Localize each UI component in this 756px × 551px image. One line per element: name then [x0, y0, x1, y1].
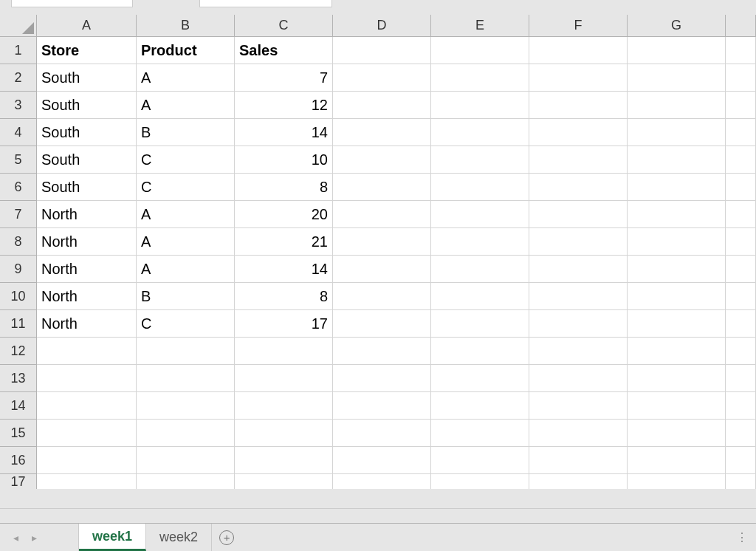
sheet-nav-prev-icon[interactable]: ◂ — [13, 532, 18, 544]
cell-c12[interactable] — [235, 338, 333, 365]
row-header-8[interactable]: 8 — [0, 228, 37, 256]
cell-f17[interactable] — [529, 474, 628, 489]
cell-c4[interactable]: 14 — [235, 119, 333, 146]
column-header-f[interactable]: F — [529, 15, 628, 37]
cell-a4[interactable]: South — [37, 119, 137, 146]
cell-d6[interactable] — [333, 174, 431, 201]
cell-d7[interactable] — [333, 201, 431, 228]
cell-b10[interactable]: B — [137, 283, 235, 310]
row-header-2[interactable]: 2 — [0, 64, 37, 92]
cell-f8[interactable] — [529, 228, 628, 256]
cell-b1[interactable]: Product — [137, 37, 235, 64]
cell-c9[interactable]: 14 — [235, 256, 333, 283]
cell-f10[interactable] — [529, 283, 628, 310]
column-header-c[interactable]: C — [235, 15, 333, 37]
cell-a6[interactable]: South — [37, 174, 137, 201]
cell-e14[interactable] — [431, 392, 529, 420]
row-header-17[interactable]: 17 — [0, 474, 37, 489]
tab-options-icon[interactable]: ⋮ — [736, 530, 749, 544]
cell-b17[interactable] — [137, 474, 235, 489]
cell-c7[interactable]: 20 — [235, 201, 333, 228]
cell-e9[interactable] — [431, 256, 529, 283]
cell-g7[interactable] — [628, 201, 726, 228]
row-header-3[interactable]: 3 — [0, 92, 37, 119]
cell-a15[interactable] — [37, 420, 137, 447]
cell-a11[interactable]: North — [37, 310, 137, 338]
cell-c3[interactable]: 12 — [235, 92, 333, 119]
cell-g17[interactable] — [628, 474, 726, 489]
cell-h4[interactable] — [726, 119, 756, 146]
formula-bar-fragment[interactable] — [199, 0, 332, 7]
cell-g5[interactable] — [628, 146, 726, 174]
cell-e12[interactable] — [431, 338, 529, 365]
cell-h14[interactable] — [726, 392, 756, 420]
column-header-b[interactable]: B — [137, 15, 235, 37]
cell-e8[interactable] — [431, 228, 529, 256]
cell-d14[interactable] — [333, 392, 431, 420]
cell-d4[interactable] — [333, 119, 431, 146]
cell-f7[interactable] — [529, 201, 628, 228]
cell-b16[interactable] — [137, 447, 235, 474]
cell-b8[interactable]: A — [137, 228, 235, 256]
cell-h10[interactable] — [726, 283, 756, 310]
cell-d11[interactable] — [333, 310, 431, 338]
cell-b5[interactable]: C — [137, 146, 235, 174]
cell-f9[interactable] — [529, 256, 628, 283]
cell-e5[interactable] — [431, 146, 529, 174]
horizontal-scrollbar[interactable] — [0, 508, 756, 523]
cell-d16[interactable] — [333, 447, 431, 474]
cell-e7[interactable] — [431, 201, 529, 228]
cell-b2[interactable]: A — [137, 64, 235, 92]
cell-g11[interactable] — [628, 310, 726, 338]
cell-f14[interactable] — [529, 392, 628, 420]
cell-h7[interactable] — [726, 201, 756, 228]
cell-f15[interactable] — [529, 420, 628, 447]
cell-e11[interactable] — [431, 310, 529, 338]
cell-b13[interactable] — [137, 365, 235, 392]
sheet-nav-next-icon[interactable]: ▸ — [32, 532, 37, 544]
cell-b14[interactable] — [137, 392, 235, 420]
cell-h13[interactable] — [726, 365, 756, 392]
sheet-tab-week1[interactable]: week1 — [79, 524, 146, 551]
cell-d9[interactable] — [333, 256, 431, 283]
cell-b9[interactable]: A — [137, 256, 235, 283]
cell-d8[interactable] — [333, 228, 431, 256]
cell-f13[interactable] — [529, 365, 628, 392]
cell-a10[interactable]: North — [37, 283, 137, 310]
cell-d5[interactable] — [333, 146, 431, 174]
cell-b6[interactable]: C — [137, 174, 235, 201]
cell-f12[interactable] — [529, 338, 628, 365]
cell-a8[interactable]: North — [37, 228, 137, 256]
row-header-9[interactable]: 9 — [0, 256, 37, 283]
cell-g1[interactable] — [628, 37, 726, 64]
cell-b11[interactable]: C — [137, 310, 235, 338]
cell-c6[interactable]: 8 — [235, 174, 333, 201]
cell-c1[interactable]: Sales — [235, 37, 333, 64]
cell-g14[interactable] — [628, 392, 726, 420]
row-header-11[interactable]: 11 — [0, 310, 37, 338]
cell-f6[interactable] — [529, 174, 628, 201]
cell-c15[interactable] — [235, 420, 333, 447]
cell-a9[interactable]: North — [37, 256, 137, 283]
cell-f3[interactable] — [529, 92, 628, 119]
cell-g9[interactable] — [628, 256, 726, 283]
cell-f4[interactable] — [529, 119, 628, 146]
column-header-g[interactable]: G — [628, 15, 726, 37]
row-header-4[interactable]: 4 — [0, 119, 37, 146]
cell-c5[interactable]: 10 — [235, 146, 333, 174]
cell-a12[interactable] — [37, 338, 137, 365]
cell-h16[interactable] — [726, 447, 756, 474]
cell-e2[interactable] — [431, 64, 529, 92]
cell-h1[interactable] — [726, 37, 756, 64]
cell-c8[interactable]: 21 — [235, 228, 333, 256]
cell-d10[interactable] — [333, 283, 431, 310]
cell-a16[interactable] — [37, 447, 137, 474]
cell-e16[interactable] — [431, 447, 529, 474]
row-header-10[interactable]: 10 — [0, 283, 37, 310]
cell-d1[interactable] — [333, 37, 431, 64]
cell-g15[interactable] — [628, 420, 726, 447]
cell-f5[interactable] — [529, 146, 628, 174]
cell-h15[interactable] — [726, 420, 756, 447]
add-sheet-button[interactable]: + — [212, 524, 241, 551]
cell-d13[interactable] — [333, 365, 431, 392]
